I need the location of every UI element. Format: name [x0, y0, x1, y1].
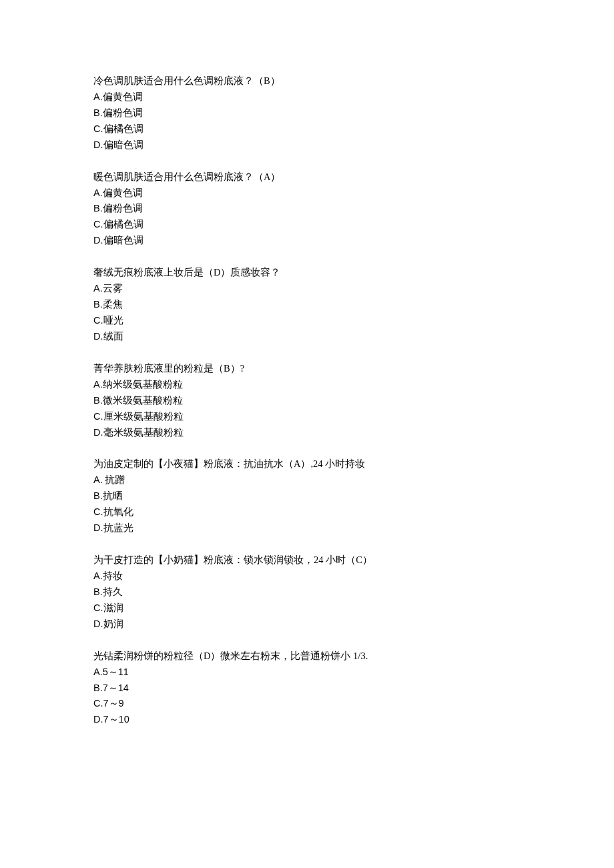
option-row: C.偏橘色调: [93, 121, 521, 137]
option-letter: D.: [93, 235, 103, 246]
option-text: 持久: [103, 586, 123, 597]
question-text: 暖色调肌肤适合用什么色调粉底液？（A）: [93, 169, 521, 185]
option-row: A.偏黄色调: [93, 185, 521, 201]
question-text: 菁华养肤粉底液里的粉粒是（B）?: [93, 361, 521, 377]
option-row: B.抗晒: [93, 488, 521, 504]
option-letter: C.: [93, 602, 103, 613]
option-text: 偏粉色调: [103, 203, 143, 213]
option-letter: A.: [93, 283, 103, 294]
option-letter: A.: [93, 91, 103, 102]
option-row: A. 抗蹭: [93, 472, 521, 488]
option-row: B.持久: [93, 584, 521, 600]
option-row: D.绒面: [93, 329, 521, 345]
question-block: 奢绒无痕粉底液上妆后是（D）质感妆容？ A.云雾 B.柔焦 C.哑光 D.绒面: [93, 265, 521, 345]
option-text: 偏黄色调: [103, 91, 143, 102]
option-row: D.偏暗色调: [93, 233, 521, 249]
option-row: B.偏粉色调: [93, 201, 521, 217]
option-text: 持妆: [103, 570, 123, 581]
option-letter: B.: [93, 395, 103, 406]
option-text: 奶润: [103, 618, 123, 629]
option-row: C.抗氧化: [93, 504, 521, 520]
option-letter: C.: [93, 123, 103, 134]
option-letter: D.: [93, 714, 103, 725]
option-text: 偏黄色调: [103, 187, 143, 198]
option-row: B.7～14: [93, 681, 521, 697]
option-letter: D.: [93, 618, 103, 629]
option-row: C.厘米级氨基酸粉粒: [93, 409, 521, 425]
option-row: D.抗蓝光: [93, 520, 521, 536]
option-letter: A.: [93, 187, 103, 198]
option-row: D.偏暗色调: [93, 137, 521, 153]
option-text: 7～14: [103, 683, 129, 693]
option-text: 抗晒: [103, 490, 123, 501]
option-text: 厘米级氨基酸粉粒: [103, 411, 184, 422]
option-letter: C.: [93, 506, 103, 517]
option-text: 哑光: [103, 315, 123, 326]
option-row: D.7～10: [93, 712, 521, 728]
option-letter: D.: [93, 427, 103, 438]
option-letter: C.: [93, 698, 103, 709]
option-row: C.偏橘色调: [93, 217, 521, 233]
question-block: 冷色调肌肤适合用什么色调粉底液？（B） A.偏黄色调 B.偏粉色调 C.偏橘色调…: [93, 73, 521, 153]
option-text: 抗氧化: [103, 506, 133, 517]
option-letter: D.: [93, 522, 103, 533]
option-text: 偏暗色调: [103, 139, 143, 150]
question-text: 奢绒无痕粉底液上妆后是（D）质感妆容？: [93, 265, 521, 281]
question-block: 为油皮定制的【小夜猫】粉底液：抗油抗水（A）,24 小时持妆 A. 抗蹭 B.抗…: [93, 456, 521, 536]
option-text: 云雾: [103, 283, 123, 294]
option-row: C.7～9: [93, 696, 521, 712]
option-row: B.偏粉色调: [93, 105, 521, 121]
option-row: A.5～11: [93, 665, 521, 681]
option-letter: B.: [93, 490, 103, 501]
option-text: 7～10: [103, 714, 129, 725]
option-row: D.奶润: [93, 616, 521, 632]
question-text: 冷色调肌肤适合用什么色调粉底液？（B）: [93, 73, 521, 89]
option-row: A.云雾: [93, 281, 521, 297]
option-text: 偏暗色调: [103, 235, 143, 246]
option-letter: B.: [93, 683, 103, 693]
question-text: 为干皮打造的【小奶猫】粉底液：锁水锁润锁妆，24 小时（C）: [93, 552, 521, 568]
option-row: C.滋润: [93, 600, 521, 616]
option-text: 偏橘色调: [103, 123, 143, 134]
option-text: 偏橘色调: [103, 219, 143, 230]
option-letter: A.: [93, 570, 103, 581]
option-text: 7～9: [103, 698, 124, 709]
question-block: 暖色调肌肤适合用什么色调粉底液？（A） A.偏黄色调 B.偏粉色调 C.偏橘色调…: [93, 169, 521, 250]
option-row: D.毫米级氨基酸粉粒: [93, 425, 521, 441]
option-letter: A.: [93, 379, 103, 390]
option-letter: C.: [93, 219, 103, 230]
option-letter: B.: [93, 586, 103, 597]
question-block: 菁华养肤粉底液里的粉粒是（B）? A.纳米级氨基酸粉粒 B.微米级氨基酸粉粒 C…: [93, 361, 521, 441]
option-text: 滋润: [103, 602, 123, 613]
option-row: A.持妆: [93, 568, 521, 584]
option-letter: A.: [93, 474, 103, 485]
option-row: A.偏黄色调: [93, 89, 521, 105]
question-text: 为油皮定制的【小夜猫】粉底液：抗油抗水（A）,24 小时持妆: [93, 456, 521, 472]
option-text: 5～11: [103, 667, 129, 677]
option-text: 偏粉色调: [103, 107, 143, 118]
option-text: 纳米级氨基酸粉粒: [103, 379, 183, 390]
question-block: 光钻柔润粉饼的粉粒径（D）微米左右粉末，比普通粉饼小 1/3. A.5～11 B…: [93, 648, 521, 729]
option-row: B.柔焦: [93, 297, 521, 313]
option-text: 微米级氨基酸粉粒: [103, 395, 183, 406]
question-text: 光钻柔润粉饼的粉粒径（D）微米左右粉末，比普通粉饼小 1/3.: [93, 648, 521, 665]
option-text: 绒面: [103, 331, 123, 342]
option-text: 抗蹭: [103, 474, 125, 485]
question-block: 为干皮打造的【小奶猫】粉底液：锁水锁润锁妆，24 小时（C） A.持妆 B.持久…: [93, 552, 521, 632]
option-row: C.哑光: [93, 313, 521, 329]
option-letter: C.: [93, 315, 103, 326]
option-letter: A.: [93, 667, 103, 677]
document-page: 冷色调肌肤适合用什么色调粉底液？（B） A.偏黄色调 B.偏粉色调 C.偏橘色调…: [0, 0, 614, 784]
option-letter: B.: [93, 107, 103, 118]
option-letter: B.: [93, 203, 103, 213]
option-letter: D.: [93, 331, 103, 342]
option-letter: D.: [93, 139, 103, 150]
option-letter: C.: [93, 411, 103, 422]
option-text: 抗蓝光: [103, 522, 133, 533]
option-text: 毫米级氨基酸粉粒: [103, 427, 184, 438]
option-row: B.微米级氨基酸粉粒: [93, 393, 521, 409]
option-text: 柔焦: [103, 299, 123, 310]
option-letter: B.: [93, 299, 103, 310]
option-row: A.纳米级氨基酸粉粒: [93, 377, 521, 393]
